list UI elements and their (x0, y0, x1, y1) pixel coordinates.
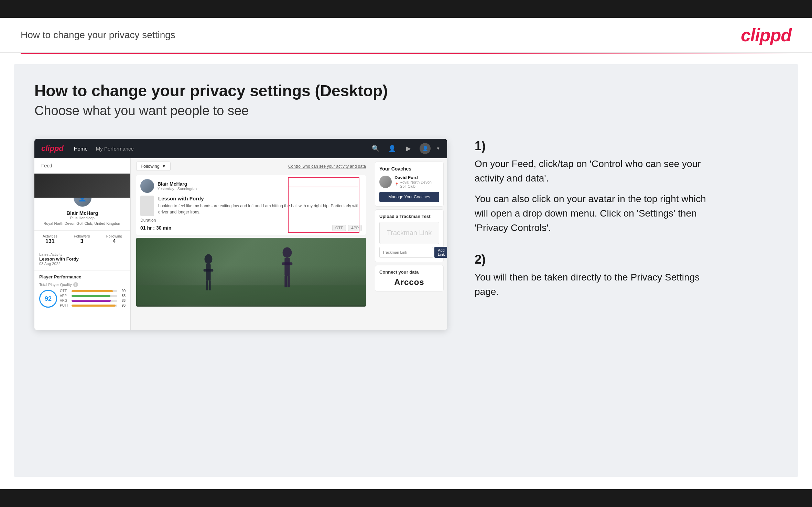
avatar-dropdown-icon: ▼ (436, 146, 440, 151)
location-icon[interactable]: ▶ (403, 143, 414, 154)
instruction-1-text: On your Feed, click/tap on 'Control who … (475, 157, 715, 186)
following-button[interactable]: Following ▼ (136, 162, 171, 171)
sidebar-stat-followers: Followers 3 (74, 234, 90, 244)
sidebar-stat-activities: Activities 131 (43, 234, 57, 244)
feed-card-content: Lesson with Fordy Looking to feel like m… (140, 196, 362, 218)
app-screenshot: clippd Home My Performance 🔍 👤 ▶ 👤 ▼ Fee… (34, 139, 447, 330)
svg-rect-2 (206, 264, 210, 280)
arccos-logo: Arccos (379, 277, 439, 287)
svg-rect-3 (204, 269, 214, 272)
quality-bars: OTT 90 APP 85 ARG (60, 289, 126, 308)
top-bar (0, 0, 812, 18)
location-pin-icon: 📍 (394, 183, 399, 186)
coaches-card-title: Your Coaches (379, 166, 439, 172)
quality-score-circle: 92 (39, 290, 57, 308)
header-accent (21, 53, 791, 54)
page-subheading: Choose what you want people to see (34, 103, 778, 118)
sidebar-performance: Player Performance Total Player Quality … (34, 271, 130, 312)
feed-card-tags: OTT APP (332, 225, 362, 231)
sidebar-username: Blair McHarg (34, 210, 130, 216)
feed-card-text: Lesson with Fordy Looking to feel like m… (158, 196, 362, 218)
sidebar-stat-following-value: 4 (106, 238, 122, 244)
trackman-link-input[interactable] (379, 247, 433, 258)
connect-card-title: Connect your data (379, 269, 439, 275)
connect-data-card: Connect your data Arccos (375, 265, 444, 291)
header-title: How to change your privacy settings (21, 30, 175, 41)
app-nav-icons: 🔍 👤 ▶ 👤 ▼ (370, 143, 440, 154)
feed-card-thumbnail (140, 196, 154, 216)
page-heading: How to change your privacy settings (Des… (34, 81, 778, 100)
sidebar-latest-date: 03 Aug 2022 (39, 262, 126, 266)
feed-card-user-info: Blair McHarg Yesterday · Sunningdale (158, 181, 198, 191)
instructions-panel: 1) On your Feed, click/tap on 'Control w… (468, 139, 778, 316)
sidebar-stat-following-label: Following (106, 234, 122, 238)
svg-rect-7 (284, 258, 290, 276)
sidebar-stats: Activities 131 Followers 3 Following 4 (34, 230, 130, 248)
coach-info: David Ford 📍 Royal North Devon Golf Club (394, 175, 439, 188)
chevron-down-icon: ▼ (162, 164, 166, 169)
app-nav-home[interactable]: Home (74, 146, 88, 152)
svg-rect-8 (282, 262, 293, 265)
search-icon[interactable]: 🔍 (370, 143, 381, 154)
feed-card-avatar (140, 179, 154, 193)
instruction-1-extra: You can also click on your avatar in the… (475, 192, 715, 235)
app-nav-logo: clippd (41, 144, 64, 153)
feed-card-title: Lesson with Fordy (158, 196, 362, 201)
coaches-card: Your Coaches David Ford 📍 Royal North De… (375, 162, 444, 207)
instruction-2-text: You will then be taken directly to the P… (475, 270, 715, 299)
sidebar-feed-tab[interactable]: Feed (34, 158, 130, 174)
quality-bar-arg: ARG 86 (60, 299, 126, 302)
feed-card-footer: 01 hr : 30 min OTT APP (140, 225, 362, 231)
sidebar-stat-followers-value: 3 (74, 238, 90, 244)
svg-rect-10 (288, 276, 290, 287)
feed-card-header: Blair McHarg Yesterday · Sunningdale (140, 179, 362, 193)
upload-trackman-card: Upload a Trackman Test Trackman Link Add… (375, 209, 444, 262)
control-link[interactable]: Control who can see your activity and da… (288, 164, 366, 169)
person-icon[interactable]: 👤 (387, 143, 398, 154)
quality-bar-putt: PUTT 96 (60, 304, 126, 307)
instruction-block-2: 2) You will then be taken directly to th… (475, 252, 771, 299)
header: How to change your privacy settings clip… (0, 18, 812, 53)
trackman-placeholder-text: Trackman Link (387, 229, 432, 237)
main-content: How to change your privacy settings (Des… (14, 64, 798, 477)
coach-row: David Ford 📍 Royal North Devon Golf Club (379, 175, 439, 188)
app-sidebar: Feed 👤 Blair McHarg Plus Handicap Royal … (34, 158, 131, 330)
svg-point-6 (283, 247, 292, 258)
add-link-button[interactable]: Add Link (434, 247, 447, 258)
tag-ott: OTT (332, 225, 346, 231)
golf-scene-svg (136, 238, 366, 307)
sidebar-cover (34, 174, 130, 198)
manage-coaches-button[interactable]: Manage Your Coaches (379, 192, 439, 202)
bottom-bar (0, 489, 812, 507)
svg-rect-5 (209, 280, 211, 290)
trackman-placeholder: Trackman Link (379, 222, 439, 244)
content-columns: clippd Home My Performance 🔍 👤 ▶ 👤 ▼ Fee… (34, 139, 778, 330)
sidebar-latest-title: Lesson with Fordy (39, 256, 126, 262)
instruction-block-1: 1) On your Feed, click/tap on 'Control w… (475, 139, 771, 235)
app-navbar: clippd Home My Performance 🔍 👤 ▶ 👤 ▼ (34, 139, 447, 158)
sidebar-latest: Latest Activity Lesson with Fordy 03 Aug… (34, 252, 130, 266)
sidebar-handicap: Plus Handicap (34, 216, 130, 220)
upload-card-title: Upload a Trackman Test (379, 214, 439, 219)
coach-club: 📍 Royal North Devon Golf Club (394, 180, 439, 188)
clippd-logo: clippd (741, 25, 791, 45)
svg-rect-0 (136, 285, 366, 305)
app-feed: Following ▼ Control who can see your act… (131, 158, 371, 330)
quality-bar-app: APP 85 (60, 294, 126, 298)
sidebar-club: Royal North Devon Golf Club, United King… (34, 221, 130, 225)
app-nav-performance[interactable]: My Performance (96, 146, 134, 152)
sidebar-stat-activities-value: 131 (43, 238, 57, 244)
avatar-button[interactable]: 👤 (420, 143, 431, 154)
svg-point-1 (204, 254, 212, 264)
sidebar-stat-following: Following 4 (106, 234, 122, 244)
instruction-1-number: 1) (475, 139, 771, 153)
feed-card-meta: Yesterday · Sunningdale (158, 187, 198, 191)
sidebar-stat-followers-label: Followers (74, 234, 90, 238)
feed-card: Blair McHarg Yesterday · Sunningdale Les… (136, 175, 366, 235)
sidebar-quality-row: 92 OTT 90 APP 85 (39, 289, 126, 308)
quality-bar-ott: OTT 90 (60, 289, 126, 293)
feed-card-duration-label: Duration (140, 218, 362, 223)
coach-name: David Ford (394, 175, 439, 180)
feed-card-duration-value: 01 hr : 30 min (140, 225, 171, 231)
feed-card-name: Blair McHarg (158, 181, 198, 187)
